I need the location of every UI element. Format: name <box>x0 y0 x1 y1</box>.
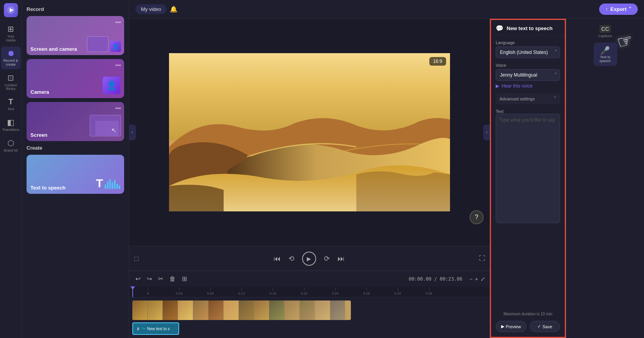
film-frame <box>315 300 330 320</box>
total-time: 00:23.06 <box>440 276 463 282</box>
record-create-icon: ⏺ <box>7 49 15 58</box>
add-button[interactable]: ⊞ <box>180 274 189 283</box>
play-pause-button[interactable]: ▶ <box>302 252 316 266</box>
video-tab[interactable]: My video <box>135 4 167 14</box>
text-to-speech-card[interactable]: T Text to speech <box>27 155 124 194</box>
film-frame <box>269 300 284 320</box>
timeline-toolbar: ↩ ↪ ✂ 🗑 ⊞ 00:00.00 / 00:23.06 − + ⤢ <box>129 271 490 286</box>
captions-label: Captions <box>598 34 612 38</box>
text-label: Text <box>496 109 560 114</box>
film-frames <box>132 300 345 320</box>
save-label: Save <box>543 324 552 329</box>
app-logo <box>4 3 18 17</box>
cursor-icon: ↖ <box>111 127 116 134</box>
brand-kit-icon: ⬡ <box>7 138 14 148</box>
film-frame <box>132 300 147 320</box>
sidebar-item-label: Content library <box>3 84 19 91</box>
film-frame <box>285 300 299 320</box>
expand-timeline-button[interactable]: ⤢ <box>480 276 485 282</box>
right-panel-tts[interactable]: 🎤 Text to speech ☞ <box>594 43 617 66</box>
transitions-icon: ◧ <box>7 118 14 127</box>
film-frame <box>254 300 269 320</box>
rewind-button[interactable]: ⟲ <box>288 254 294 263</box>
tts-audio-strip[interactable]: ⏸ 〜 New text to s <box>132 322 179 335</box>
hear-voice-button[interactable]: ▶ Hear this voice <box>496 83 532 89</box>
tts-waveform <box>105 177 120 189</box>
screen-camera-label: Screen and camera <box>30 46 77 52</box>
undo-button[interactable]: ↩ <box>134 274 142 283</box>
main-content-area: My video 🔔 ↑ Export ˅ ‹ <box>129 0 644 338</box>
advanced-settings-row[interactable]: Advanced settings ˅ <box>496 93 560 104</box>
subtitles-toggle-button[interactable]: ⬚ <box>134 255 139 261</box>
forward-button[interactable]: ⟳ <box>324 254 330 263</box>
camera-card[interactable]: ••• 👤 Camera <box>27 59 124 98</box>
tts-audio-track: ⏸ 〜 New text to s <box>132 322 487 335</box>
person-thumbnail: 👤 <box>103 77 120 94</box>
sidebar-item-label: Your media <box>3 35 19 43</box>
screen-card[interactable]: ••• ↖ Screen <box>27 102 124 141</box>
ruler-mark-16: 0:16 <box>257 288 288 295</box>
sidebar-item-transitions[interactable]: ◧ Transitions <box>1 115 21 134</box>
film-frame <box>178 300 193 320</box>
right-panel-captions[interactable]: CC Captions <box>594 22 617 41</box>
fullscreen-button[interactable]: ⛶ <box>479 255 485 262</box>
film-frame <box>224 300 238 320</box>
help-button[interactable]: ? <box>470 210 484 224</box>
tts-icon-area: T <box>96 177 120 190</box>
film-frame <box>239 300 254 320</box>
create-section-title: Create <box>27 145 124 151</box>
desert-background <box>169 53 450 211</box>
dune-svg <box>169 53 450 211</box>
text-input[interactable] <box>496 114 560 223</box>
panel-toggle-right[interactable]: › <box>483 125 490 140</box>
tts-audio-waveform-icon: 〜 <box>142 326 146 331</box>
film-frame <box>330 300 345 320</box>
sidebar-item-record-create[interactable]: ⏺ Record & create <box>1 46 21 69</box>
sidebar-item-label: Text <box>7 107 14 111</box>
pause-icon: ⏸ <box>136 327 140 331</box>
zoom-out-button[interactable]: − <box>470 276 473 282</box>
top-bar: My video 🔔 ↑ Export ˅ <box>129 0 644 19</box>
video-and-timeline: ‹ <box>129 19 490 338</box>
skip-to-start-button[interactable]: ⏮ <box>274 255 281 263</box>
sidebar-item-label: Record & create <box>3 59 19 67</box>
language-dropdown[interactable]: English (United States) English (United … <box>496 46 560 58</box>
sidebar-item-content-library[interactable]: ⊡ Content library <box>1 71 21 94</box>
sidebar-item-label: Transitions <box>2 128 20 132</box>
sidebar-item-text[interactable]: T Text <box>1 95 21 114</box>
captions-icon: CC <box>600 25 610 33</box>
delete-button[interactable]: 🗑 <box>168 275 177 283</box>
video-container: ‹ <box>129 19 490 246</box>
content-library-icon: ⊡ <box>7 73 14 82</box>
export-button[interactable]: ↑ Export ˅ <box>599 4 638 15</box>
ruler-mark-8: 0:08 <box>195 288 226 295</box>
notifications-icon[interactable]: 🔔 <box>170 5 178 13</box>
ruler-mark-24: 0:24 <box>320 288 351 295</box>
zoom-in-button[interactable]: + <box>475 276 478 282</box>
video-frame: 16:9 <box>169 53 450 211</box>
language-label: Language <box>496 40 560 45</box>
ruler-marks: 0 0:04 0:08 0:12 0:16 0:20 0:24 0:28 0:3… <box>129 288 490 295</box>
film-frame <box>208 300 223 320</box>
voice-dropdown[interactable]: Jenny Multilingual Guy Aria <box>496 69 560 81</box>
video-strip[interactable] <box>132 300 351 320</box>
skip-to-end-button[interactable]: ⏭ <box>338 255 345 263</box>
advanced-settings-chevron-icon: ˅ <box>554 96 556 102</box>
timeline-tracks: ⏸ 〜 New text to s <box>129 297 490 338</box>
screen-camera-card[interactable]: ••• 👤 Screen and camera <box>27 16 124 55</box>
cut-button[interactable]: ✂ <box>157 274 165 283</box>
tts-panel-title: New text to speech <box>507 25 553 31</box>
hear-voice-label: Hear this voice <box>502 83 532 89</box>
save-button[interactable]: ✓ Save <box>530 321 560 332</box>
save-check-icon: ✓ <box>537 324 541 329</box>
advanced-settings-label: Advanced settings <box>500 97 535 101</box>
preview-button[interactable]: ▶ Preview <box>496 321 527 332</box>
redo-button[interactable]: ↪ <box>145 274 153 283</box>
sidebar-item-brand-kit[interactable]: ⬡ Brand kit <box>1 136 21 155</box>
panel-toggle-left[interactable]: ‹ <box>129 125 136 140</box>
sidebar-item-your-media[interactable]: ⊞ Your media <box>1 22 21 45</box>
your-media-icon: ⊞ <box>7 24 14 34</box>
screen-label: Screen <box>30 132 47 138</box>
language-dropdown-wrapper: English (United States) English (United … <box>496 46 560 58</box>
film-frame <box>163 300 178 320</box>
